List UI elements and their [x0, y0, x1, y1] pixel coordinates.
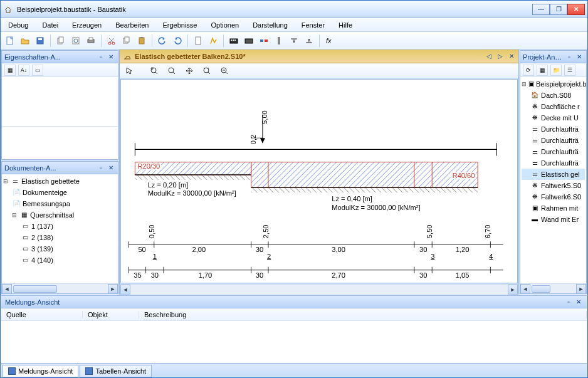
- prop-categorize-icon[interactable]: ▦: [4, 65, 16, 76]
- minimize-button[interactable]: —: [532, 4, 550, 15]
- panel-close-icon[interactable]: ✕: [575, 53, 584, 61]
- tree-item[interactable]: Decke mit U: [541, 113, 579, 123]
- documents-tree[interactable]: ⊟⚌Elastisch gebettete 📄Dokumenteige 📄Bem…: [2, 174, 118, 283]
- keyboard-icon[interactable]: [227, 34, 241, 48]
- prop-sort-icon[interactable]: A↓: [18, 65, 29, 76]
- drawing-canvas[interactable]: 5,00 0,2 R20/30: [120, 79, 518, 283]
- col-description[interactable]: Beschreibung: [139, 311, 587, 318]
- tree-item[interactable]: Bemessungspa: [23, 199, 70, 209]
- scroll-thumb[interactable]: [532, 285, 550, 293]
- tree-item[interactable]: Rahmen mit: [541, 203, 578, 213]
- scroll-thumb[interactable]: [13, 285, 57, 293]
- tree-item[interactable]: Durchlaufträ: [541, 135, 579, 145]
- docs-hscroll[interactable]: ◄ ►: [2, 283, 118, 293]
- col-source[interactable]: Quelle: [1, 311, 83, 318]
- tree-item[interactable]: Wand mit Er: [541, 214, 579, 224]
- tree-item[interactable]: Elastisch gel: [541, 169, 580, 179]
- svg-text:5,00: 5,00: [261, 110, 268, 124]
- project-tree[interactable]: ⊟▣Beispielprojekt.b 🏠Dach.S08 ❋Dachfläch…: [520, 77, 586, 283]
- prop-page-icon[interactable]: ▭: [32, 65, 43, 76]
- tree-item[interactable]: 1 (137): [31, 221, 53, 231]
- maximize-button[interactable]: ❐: [550, 4, 567, 15]
- tree-root[interactable]: Elastisch gebettete: [21, 176, 80, 186]
- proj-showall-icon[interactable]: ▦: [537, 65, 548, 76]
- open-icon[interactable]: [18, 34, 32, 48]
- undo-icon[interactable]: [155, 34, 169, 48]
- calc-icon[interactable]: [206, 34, 220, 48]
- panel-close-icon[interactable]: ✕: [107, 164, 115, 172]
- scroll-left-icon[interactable]: ◄: [120, 285, 130, 295]
- panel-autohide-icon[interactable]: ▫: [97, 164, 105, 172]
- save-icon[interactable]: [33, 34, 47, 48]
- paste-icon[interactable]: [135, 34, 149, 48]
- tree-item[interactable]: 2 (138): [31, 233, 53, 243]
- zoom-window-icon[interactable]: [147, 64, 161, 78]
- tree-item[interactable]: Faltwerk5.S0: [541, 181, 581, 191]
- support-top-icon[interactable]: [287, 34, 301, 48]
- document-tab-title[interactable]: Elastisch gebetteter Balken2.S10*: [135, 53, 482, 60]
- menu-ergebnisse[interactable]: Ergebnisse: [160, 20, 199, 30]
- preview-icon[interactable]: [69, 34, 83, 48]
- menu-datei[interactable]: Datei: [39, 20, 61, 30]
- menu-darstellung[interactable]: Darstellung: [250, 20, 290, 30]
- docprops-icon: 📄: [12, 189, 21, 196]
- proj-refresh-icon[interactable]: ⟳: [523, 65, 534, 76]
- copy-icon[interactable]: [120, 34, 134, 48]
- menu-fenster[interactable]: Fenster: [299, 20, 327, 30]
- panel-autohide-icon[interactable]: ▫: [97, 53, 105, 61]
- pan-icon[interactable]: [182, 64, 196, 78]
- panel-close-icon[interactable]: ✕: [107, 53, 115, 61]
- menu-optionen[interactable]: Optionen: [208, 20, 241, 30]
- col-icon[interactable]: [272, 34, 286, 48]
- proj-folder-icon[interactable]: 📁: [550, 65, 562, 76]
- close-button[interactable]: ✕: [567, 4, 585, 15]
- keyboard2-icon[interactable]: [242, 34, 256, 48]
- panel-autohide-icon[interactable]: ▫: [565, 53, 574, 61]
- cursor-icon[interactable]: [122, 64, 136, 78]
- fx-icon[interactable]: fx: [323, 34, 335, 48]
- tree-item[interactable]: 3 (139): [31, 244, 53, 254]
- tree-item[interactable]: Querschnittsal: [30, 210, 74, 220]
- cut-icon[interactable]: [105, 34, 118, 48]
- tree-item[interactable]: Faltwerk6.S0: [541, 192, 581, 202]
- scroll-right-icon[interactable]: ►: [576, 284, 586, 294]
- tree-item[interactable]: Dokumenteige: [23, 187, 67, 197]
- copy-doc-icon[interactable]: [54, 34, 68, 48]
- tree-item[interactable]: Durchlaufträ: [541, 147, 579, 157]
- project-hscroll[interactable]: ◄ ►: [520, 283, 586, 293]
- scroll-right-icon[interactable]: ►: [508, 285, 518, 295]
- zoom-icon[interactable]: [165, 64, 179, 78]
- link-icon[interactable]: [257, 34, 271, 48]
- canvas-hscroll[interactable]: ◄ ►: [120, 284, 518, 294]
- scroll-left-icon[interactable]: ◄: [2, 284, 12, 294]
- tree-item[interactable]: Dachfläche r: [541, 102, 580, 112]
- col-object[interactable]: Objekt: [83, 311, 139, 318]
- support-bot-icon[interactable]: [302, 34, 316, 48]
- panel-autohide-icon[interactable]: ▫: [564, 298, 573, 307]
- tree-item[interactable]: 4 (140): [31, 255, 53, 265]
- tab-tabellen[interactable]: Tabellen-Ansicht: [80, 365, 152, 377]
- doc-prev-icon[interactable]: ◁: [485, 52, 493, 61]
- menu-debug[interactable]: Debug: [6, 20, 31, 30]
- proj-props-icon[interactable]: ☰: [564, 65, 575, 76]
- menu-bearbeiten[interactable]: Bearbeiten: [113, 20, 151, 30]
- doc-next-icon[interactable]: ▷: [496, 52, 505, 61]
- new-doc-icon[interactable]: [3, 34, 17, 48]
- tree-item[interactable]: Durchlaufträ: [541, 124, 579, 134]
- scroll-right-icon[interactable]: ►: [108, 284, 118, 294]
- zoom-prev-icon[interactable]: [218, 64, 231, 78]
- zoom-extents-icon[interactable]: [200, 64, 214, 78]
- tab-meldungs[interactable]: Meldungs-Ansicht: [3, 365, 78, 377]
- print-icon[interactable]: [84, 34, 98, 48]
- tree-item[interactable]: Dach.S08: [541, 90, 571, 100]
- svg-text:ModulKz = 30000,00 [kN/m²]: ModulKz = 30000,00 [kN/m²]: [332, 204, 420, 211]
- tree-root[interactable]: Beispielprojekt.b: [536, 79, 586, 89]
- page-icon[interactable]: [191, 34, 205, 48]
- redo-icon[interactable]: [171, 34, 184, 48]
- tree-item[interactable]: Durchlaufträ: [541, 158, 579, 168]
- doc-close-icon[interactable]: ✕: [507, 52, 516, 61]
- menu-hilfe[interactable]: Hilfe: [336, 20, 355, 30]
- panel-close-icon[interactable]: ✕: [574, 298, 583, 307]
- menu-erzeugen[interactable]: Erzeugen: [70, 20, 104, 30]
- scroll-left-icon[interactable]: ◄: [520, 284, 530, 294]
